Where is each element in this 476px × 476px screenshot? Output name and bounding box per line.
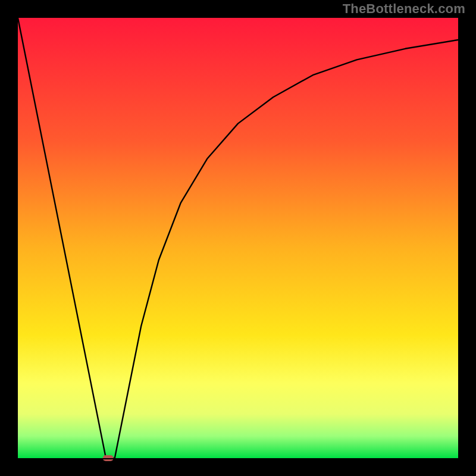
- gradient-background: [18, 18, 458, 458]
- bottleneck-chart: [0, 0, 476, 476]
- chart-frame: TheBottleneck.com: [0, 0, 476, 476]
